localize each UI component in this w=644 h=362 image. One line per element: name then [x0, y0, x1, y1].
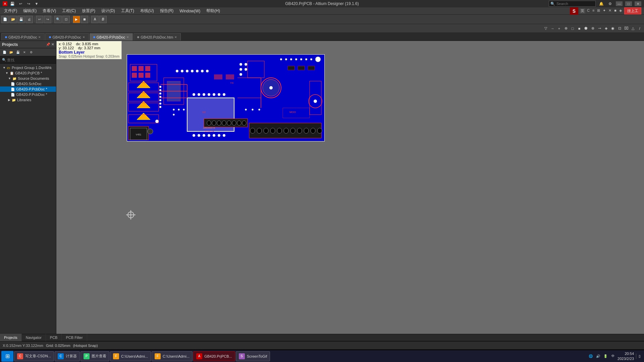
notification-icon[interactable]: 🔔: [598, 1, 604, 7]
taskbar-app-photos[interactable]: P 图片查看: [80, 351, 109, 361]
pcb-tool-slash[interactable]: /: [637, 25, 643, 32]
tool-new[interactable]: 📄: [1, 16, 9, 23]
pcb-tool-filter[interactable]: ▽: [543, 25, 549, 32]
tool-a[interactable]: A: [91, 16, 99, 23]
taskbar-app-file1[interactable]: F C:\Users\Admi...: [110, 351, 151, 361]
tool-fit[interactable]: ⊡: [62, 16, 70, 23]
tray-network[interactable]: 🌐: [588, 354, 593, 359]
settings-icon[interactable]: ⚙: [607, 1, 613, 7]
tree-item-pcb1[interactable]: 📄 GB420-P.PcbDoc *: [0, 86, 56, 92]
dropdown-icon[interactable]: ▼: [34, 1, 40, 7]
nav-tab-pcbfilter[interactable]: PCB Filter: [62, 334, 87, 341]
tray-battery[interactable]: 🔋: [603, 354, 608, 359]
pcb-tool-sq[interactable]: □: [570, 25, 576, 32]
tab-0[interactable]: GB420-P.PcbDoc ✕: [1, 33, 45, 41]
tool-open[interactable]: 📂: [9, 16, 17, 23]
tree-item-pcb2[interactable]: 📄 GB420-P.PcbDoc *: [0, 92, 56, 97]
taskbar-app-altium[interactable]: A GB420.PrjPCB...: [193, 351, 235, 361]
minimize-button[interactable]: —: [616, 1, 623, 6]
pcb-tool-3d[interactable]: ◈: [603, 25, 609, 32]
top-icon-sq[interactable]: ■: [613, 8, 618, 13]
redo-icon[interactable]: ↪: [25, 1, 32, 7]
tool-save-all[interactable]: 💾: [17, 16, 25, 23]
tray-volume[interactable]: 🔊: [595, 354, 601, 359]
tab-close-2[interactable]: ✕: [126, 36, 129, 39]
top-icon-x[interactable]: ✕: [607, 8, 612, 13]
pcb-tool-measure[interactable]: ⊸: [596, 25, 602, 32]
sidebar-tool-open[interactable]: 📂: [8, 49, 14, 55]
sidebar-pin-icon[interactable]: 📌: [46, 43, 50, 46]
taskbar-app-screentogif[interactable]: S ScreenToGif: [236, 351, 270, 361]
top-icon-c[interactable]: C: [586, 8, 591, 13]
maximize-button[interactable]: □: [625, 1, 632, 6]
menu-design[interactable]: 设计(D): [99, 7, 118, 14]
tab-close-3[interactable]: ✕: [174, 36, 177, 39]
tray-keyboard[interactable]: 中: [610, 354, 615, 359]
pcb-tool-x[interactable]: ⌧: [623, 25, 629, 32]
tab-close-1[interactable]: ✕: [83, 36, 85, 39]
start-button[interactable]: ⊞: [1, 351, 13, 362]
tool-b[interactable]: B: [99, 16, 107, 23]
pcb-tool-plus[interactable]: +: [556, 25, 562, 32]
menu-help[interactable]: 帮助(H): [204, 7, 223, 14]
tab-close-0[interactable]: ✕: [38, 36, 41, 39]
menu-project[interactable]: 工程(C): [59, 7, 78, 14]
top-icon-circ[interactable]: ◈: [618, 8, 623, 13]
taskbar-app-csdn[interactable]: C 写文章-CSDN...: [14, 351, 54, 361]
pcb-tool-camera[interactable]: ◉: [610, 25, 616, 32]
tool-zoom-in[interactable]: 🔍: [54, 16, 62, 23]
pcb-tool-polygon[interactable]: ⬟: [583, 25, 589, 32]
top-icon-menu[interactable]: ≡: [591, 8, 595, 13]
pcb-tool-arrow[interactable]: →: [549, 25, 555, 32]
connect-button[interactable]: 挂上工: [624, 7, 641, 14]
sidebar-tool-new[interactable]: 📄: [1, 49, 7, 55]
tool-print[interactable]: 🖨: [25, 16, 33, 23]
tool-run[interactable]: ▶: [73, 16, 80, 23]
nav-tab-navigator[interactable]: Navigator: [22, 334, 46, 341]
pcb-board-container[interactable]: U2: [127, 54, 326, 145]
sidebar-tool-close[interactable]: ✕: [21, 49, 28, 55]
menu-view[interactable]: 查看(V): [40, 7, 59, 14]
undo-icon[interactable]: ↩: [17, 1, 23, 7]
menu-window[interactable]: Window(W): [177, 8, 203, 14]
canvas-area[interactable]: x: 0.152 dx: 3.835 mm y: 33.122 dy: 3.32…: [56, 41, 644, 334]
tree-item-gb420[interactable]: ▼ 📋 GB420.PrjPCB *: [0, 70, 56, 76]
taskbar-app-calc[interactable]: C 计算器: [55, 351, 80, 361]
show-desktop-icon[interactable]: ▯: [636, 354, 641, 359]
pcb-tool-via[interactable]: ⊕: [563, 25, 569, 32]
sidebar-close-icon[interactable]: ✕: [51, 43, 54, 46]
close-button[interactable]: ✕: [635, 1, 641, 6]
nav-tab-pcb[interactable]: PCB: [46, 334, 62, 341]
tree-item-pg1[interactable]: ▼ 🗁 Project Group 1.DsnWrk: [0, 65, 56, 70]
tab-1[interactable]: GB420-P.PcbDoc ✕: [45, 33, 89, 41]
tool-redo[interactable]: ↪: [44, 16, 51, 23]
menu-report[interactable]: 报告(R): [157, 7, 176, 14]
pcb-tool-test[interactable]: ⊡: [616, 25, 623, 32]
menu-tools[interactable]: 工具(T): [118, 7, 137, 14]
system-clock[interactable]: 20:54 2023/2/23: [618, 351, 634, 361]
sidebar-tool-save[interactable]: 💾: [15, 49, 21, 55]
taskbar-app-file2[interactable]: F C:\Users\Admi...: [152, 351, 193, 361]
pcb-tool-fill[interactable]: ■: [576, 25, 582, 32]
tree-item-libs[interactable]: ▶ 📁 Libraries: [0, 97, 56, 103]
menu-file[interactable]: 文件(F): [1, 7, 20, 14]
top-icon-star[interactable]: ✦: [602, 8, 607, 13]
sidebar-tool-settings[interactable]: ⚙: [28, 49, 34, 55]
tab-2[interactable]: GB420-P.PcbDoc ✕: [90, 33, 133, 41]
menu-place[interactable]: 放置(P): [79, 7, 98, 14]
menu-route[interactable]: 布线(U): [138, 7, 157, 14]
tab-3[interactable]: GB420.PcbDoc.htm ✕: [133, 33, 181, 41]
top-icon-en[interactable]: 英: [580, 8, 585, 13]
save-icon[interactable]: 💾: [9, 1, 15, 7]
pcb-tool-probe[interactable]: ⊗: [590, 25, 596, 32]
tree-item-src[interactable]: ▼ 📁 Source Documents: [0, 76, 56, 81]
top-icon-grid[interactable]: ⊞: [596, 8, 601, 13]
search-input[interactable]: [556, 2, 590, 6]
tool-undo[interactable]: ↩: [36, 16, 43, 23]
nav-tab-projects[interactable]: Projects: [0, 334, 22, 341]
tree-item-sch[interactable]: 📄 GB420.SchDoc: [0, 81, 56, 86]
sidebar-search-input[interactable]: [7, 58, 54, 62]
menu-edit[interactable]: 编辑(E): [20, 7, 39, 14]
tool-stop[interactable]: ⏹: [81, 16, 88, 23]
sidebar-search[interactable]: 🔍: [0, 56, 56, 64]
